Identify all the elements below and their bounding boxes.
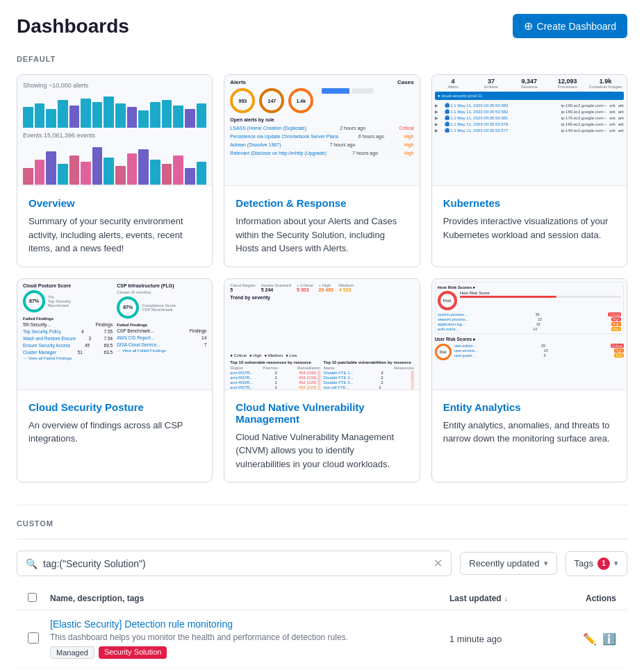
overview-preview-label1: Showing ~10,000 alerts [23,81,206,90]
kubernetes-card-desc: Provides interactive visualizations of y… [443,215,616,242]
select-all-checkbox[interactable] [28,593,37,602]
info-icon[interactable]: ℹ️ [602,632,616,646]
kubernetes-preview: 4 Alerts 37 Entities 9,347 Sessions [432,75,627,186]
table-check-all [28,593,50,604]
overview-card-body: Overview Summary of your security enviro… [17,186,212,267]
detection-response-card-title[interactable]: Detection & Response [236,197,408,209]
row-tags: Managed Security Solution [50,646,449,659]
clear-search-button[interactable]: ✕ [434,557,443,570]
dashboard-link[interactable]: [Elastic Security] Detection rule monito… [50,619,233,630]
table-col-updated: Last updated ↓ [449,594,561,603]
table-col-name: Name, description, tags [50,594,449,603]
recently-updated-button[interactable]: Recently updated ▾ [460,552,556,575]
detection-response-card-desc: Information about your Alerts and Cases … [236,215,408,255]
entity-analytics-card-title[interactable]: Entity Analytics [443,401,616,413]
detection-response-preview: Alerts Cases 993 147 [224,75,419,186]
search-icon: 🔍 [26,558,38,569]
page-title: Dashboards [17,15,129,37]
entity-analytics-card-body: Entity Analytics Entity analytics, anoma… [432,390,627,457]
search-input[interactable] [43,558,428,569]
kubernetes-card-body: Kubernetes Provides interactive visualiz… [432,186,627,253]
detection-response-card-body: Detection & Response Information about y… [224,186,419,267]
csp-card-desc: An overview of findings across all CSP i… [28,419,201,446]
table-col-actions: Actions [561,594,616,603]
entity-analytics-card[interactable]: Host Risk Scores ▸ Risk Host Risk Score [431,278,627,483]
overview-card-desc: Summary of your security environment act… [28,215,201,255]
section-divider [17,505,627,505]
custom-section: CUSTOM 🔍 ✕ Recently updated ▾ Tags 1 ▾ [17,505,627,668]
overview-preview-label2: Events 15,061,396 events [23,131,206,140]
row-description: This dashboard helps you monitor the hea… [50,632,449,642]
cnvm-card-body: Cloud Native Vulnerability Management Cl… [224,390,419,482]
sort-chevron-icon: ▾ [544,559,548,568]
custom-section-label: CUSTOM [17,519,627,528]
cnvm-preview: Cloud Region 5 Assets Scanned 5 244 + Cr… [224,279,419,390]
search-filter-row: 🔍 ✕ Recently updated ▾ Tags 1 ▾ [17,551,627,576]
csp-preview: Cloud Posture Score 87% 7%Top SecurityBe… [17,279,212,390]
default-section-label: DEFAULT [17,55,627,63]
table-row: [Elastic Security] Detection rule monito… [17,610,627,668]
cloud-security-posture-card[interactable]: Cloud Posture Score 87% 7%Top SecurityBe… [17,278,213,483]
entity-analytics-card-desc: Entity analytics, anomalies, and threats… [443,419,616,446]
kubernetes-card-title[interactable]: Kubernetes [443,197,616,209]
overview-bar-chart2 [23,143,206,185]
row-checkbox[interactable] [28,632,39,644]
default-cards-grid: Showing ~10,000 alerts [17,74,627,482]
tags-button[interactable]: Tags 1 ▾ [565,551,627,576]
cnvm-card-title[interactable]: Cloud Native Vulnerability Management [236,401,408,425]
entity-preview: Host Risk Scores ▸ Risk Host Risk Score [432,279,627,390]
csp-card-body: Cloud Security Posture An overview of fi… [17,390,212,457]
overview-card-title[interactable]: Overview [28,197,201,209]
row-actions: ✏️ ℹ️ [561,632,616,646]
edit-icon[interactable]: ✏️ [583,632,597,646]
detection-response-card[interactable]: Alerts Cases 993 147 [224,74,420,267]
tags-count-badge: 1 [597,557,610,570]
default-section: DEFAULT Showing ~10,000 alerts [17,55,627,482]
sort-updated-icon[interactable]: ↓ [504,594,509,603]
plus-icon: ⊕ [524,19,533,33]
overview-card[interactable]: Showing ~10,000 alerts [17,74,213,267]
row-checkbox-container [28,632,50,646]
search-box[interactable]: 🔍 ✕ [17,551,452,576]
row-updated: 1 minute ago [449,634,561,644]
kubernetes-card[interactable]: 4 Alerts 37 Entities 9,347 Sessions [431,74,627,267]
tag-managed: Managed [50,646,94,659]
create-dashboard-button[interactable]: ⊕ Create Dashboard [513,14,627,38]
recently-updated-label: Recently updated [469,558,539,569]
csp-card-title[interactable]: Cloud Security Posture [28,401,201,413]
page-header: Dashboards ⊕ Create Dashboard [17,14,627,38]
tag-security-solution: Security Solution [99,646,167,659]
overview-bar-chart1 [23,93,206,128]
tags-chevron-icon: ▾ [614,559,618,568]
overview-preview: Showing ~10,000 alerts [17,75,212,186]
row-name-area: [Elastic Security] Detection rule monito… [50,619,449,659]
table-header: Name, description, tags Last updated ↓ A… [17,587,627,610]
tags-label: Tags [575,558,593,569]
custom-section-divider [17,539,627,539]
cnvm-card[interactable]: Cloud Region 5 Assets Scanned 5 244 + Cr… [224,278,420,483]
cnvm-card-desc: Cloud Native Vulnerability Management (C… [236,430,408,471]
